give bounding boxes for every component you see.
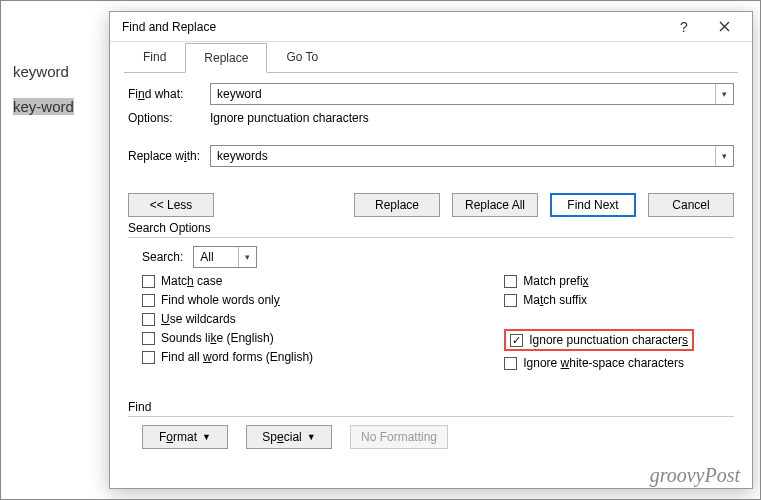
find-replace-dialog: Find and Replace ? Find Replace Go To Fi… [109,11,753,489]
search-options-title: Search Options [128,221,734,235]
tab-goto[interactable]: Go To [267,42,337,72]
tab-find-label: Find [143,50,166,64]
doc-text-1: keyword [13,63,69,80]
replace-all-button-label: Replace All [465,198,525,212]
help-button[interactable]: ? [664,13,704,41]
dropdown-icon[interactable]: ▾ [238,247,256,267]
tab-find[interactable]: Find [124,42,185,72]
find-section-title: Find [128,400,734,414]
no-formatting-label: No Formatting [361,430,437,444]
caret-down-icon: ▼ [202,432,211,442]
replace-all-button[interactable]: Replace All [452,193,538,217]
doc-text-2-selected: key-word [13,98,74,115]
ignore-whitespace-checkbox[interactable]: Ignore white-space characters [504,356,694,370]
close-button[interactable] [704,13,744,41]
replace-with-combo[interactable]: ▾ [210,145,734,167]
special-button[interactable]: Special▼ [246,425,332,449]
replace-with-label: Replace with: [128,149,204,163]
match-case-checkbox[interactable]: Match case [142,274,313,288]
whole-words-checkbox[interactable]: Find whole words only [142,293,313,307]
options-value: Ignore punctuation characters [210,111,369,125]
caret-down-icon: ▼ [307,432,316,442]
search-direction-value [194,247,238,267]
find-what-combo[interactable]: ▾ [210,83,734,105]
search-direction-label: Search: [142,250,183,264]
cancel-button[interactable]: Cancel [648,193,734,217]
ignore-punct-checkbox[interactable]: Ignore punctuation characters [510,333,688,347]
titlebar: Find and Replace ? [110,12,752,42]
ignore-punct-highlight: Ignore punctuation characters [504,329,694,351]
replace-button[interactable]: Replace [354,193,440,217]
tab-goto-label: Go To [286,50,318,64]
dialog-title: Find and Replace [122,20,664,34]
format-button[interactable]: Format▼ [142,425,228,449]
search-direction-select[interactable]: ▾ [193,246,257,268]
no-formatting-button: No Formatting [350,425,448,449]
less-button[interactable]: << Less [128,193,214,217]
options-label: Options: [128,111,204,125]
dropdown-icon[interactable]: ▾ [715,84,733,104]
replace-button-label: Replace [375,198,419,212]
word-forms-checkbox[interactable]: Find all word forms (English) [142,350,313,364]
replace-with-input[interactable] [211,146,715,166]
find-what-label: Find what: [128,87,204,101]
tab-bar: Find Replace Go To [110,42,752,72]
find-next-button[interactable]: Find Next [550,193,636,217]
sounds-like-checkbox[interactable]: Sounds like (English) [142,331,313,345]
watermark: groovyPost [650,464,740,487]
find-next-button-label: Find Next [567,198,618,212]
tab-replace[interactable]: Replace [185,43,267,73]
match-prefix-checkbox[interactable]: Match prefix [504,274,694,288]
dropdown-icon[interactable]: ▾ [715,146,733,166]
cancel-button-label: Cancel [672,198,709,212]
use-wildcards-checkbox[interactable]: Use wildcards [142,312,313,326]
match-suffix-checkbox[interactable]: Match suffix [504,293,694,307]
tab-replace-label: Replace [204,51,248,65]
less-button-label: << Less [150,198,193,212]
find-what-input[interactable] [211,84,715,104]
